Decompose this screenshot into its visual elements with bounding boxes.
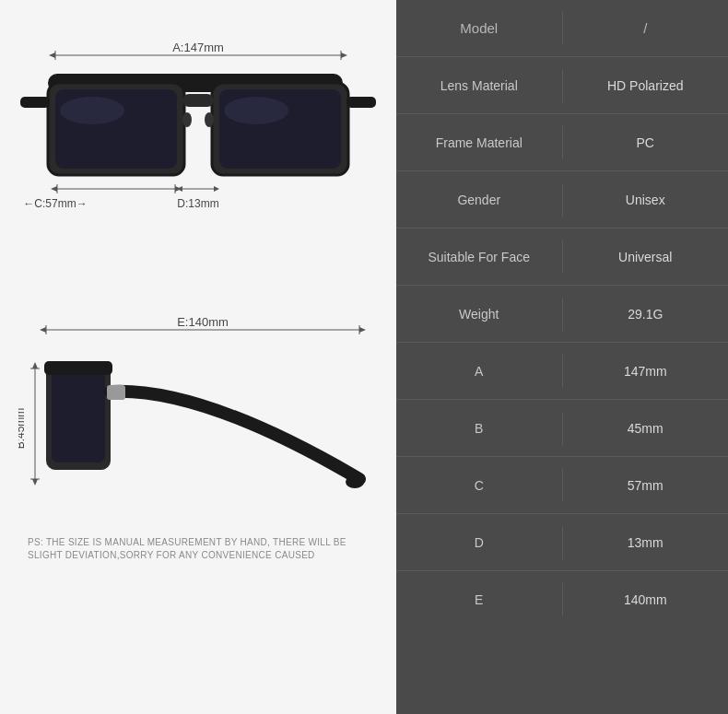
svg-point-15: [205, 112, 214, 127]
spec-row: C57mm: [396, 457, 728, 514]
spec-row: Weight29.1G: [396, 286, 728, 343]
spec-value: Universal: [563, 240, 729, 274]
ps-note: PS: THE SIZE IS MANUAL MEASUREMENT BY HA…: [18, 536, 378, 562]
svg-point-43: [346, 475, 364, 488]
spec-label: D: [396, 526, 563, 559]
svg-point-9: [60, 97, 124, 124]
svg-marker-25: [177, 186, 182, 192]
spec-row: GenderUnisex: [396, 171, 728, 228]
spec-value: PC: [563, 126, 729, 159]
svg-rect-16: [20, 97, 50, 108]
spec-row: E140mm: [396, 571, 728, 628]
spec-value: 29.1G: [563, 298, 729, 331]
spec-row: B45mm: [396, 400, 728, 457]
spec-label: Model: [396, 11, 563, 45]
spec-label: Weight: [396, 298, 563, 331]
spec-row: D13mm: [396, 514, 728, 571]
side-view-diagram: E:140mm B:45mm: [18, 313, 378, 525]
spec-label: Frame Material: [396, 126, 563, 159]
spec-value: 147mm: [563, 355, 729, 388]
svg-marker-2: [341, 53, 347, 58]
spec-label: C: [396, 469, 563, 502]
main-container: A:147mm: [0, 0, 728, 714]
svg-text:E:140mm: E:140mm: [177, 315, 229, 329]
spec-row: Lens MaterialHD Polarized: [396, 57, 728, 114]
svg-marker-29: [40, 327, 46, 333]
svg-text:D:13mm: D:13mm: [177, 197, 218, 210]
svg-marker-30: [359, 327, 366, 333]
svg-marker-1: [49, 53, 55, 58]
spec-value: /: [563, 11, 729, 45]
svg-text:B:45mm: B:45mm: [18, 408, 27, 450]
svg-marker-35: [32, 362, 38, 369]
spec-label: E: [396, 583, 563, 616]
spec-value: 140mm: [563, 583, 729, 616]
spec-row: Suitable For FaceUniversal: [396, 228, 728, 286]
spec-row: Model/: [396, 0, 728, 57]
spec-value: HD Polarized: [563, 69, 729, 102]
svg-marker-36: [32, 479, 38, 486]
front-view-diagram: A:147mm: [18, 28, 378, 313]
svg-text:A:147mm: A:147mm: [172, 41, 224, 54]
svg-marker-26: [214, 186, 219, 192]
svg-rect-13: [182, 94, 214, 107]
svg-point-12: [224, 97, 288, 124]
spec-label: Suitable For Face: [396, 240, 563, 274]
svg-rect-41: [52, 370, 105, 462]
svg-rect-17: [346, 97, 376, 108]
spec-value: 57mm: [563, 469, 729, 502]
svg-rect-44: [44, 361, 112, 375]
spec-table: Model/Lens MaterialHD PolarizedFrame Mat…: [396, 0, 728, 714]
spec-value: 45mm: [563, 412, 729, 445]
spec-label: Lens Material: [396, 69, 563, 102]
spec-row: Frame MaterialPC: [396, 114, 728, 171]
spec-row: A147mm: [396, 343, 728, 400]
spec-value: Unisex: [563, 183, 729, 217]
spec-label: A: [396, 355, 563, 388]
spec-label: B: [396, 412, 563, 445]
svg-text:←C:57mm→: ←C:57mm→: [23, 197, 87, 210]
svg-rect-42: [107, 385, 125, 400]
left-panel: A:147mm: [0, 0, 396, 714]
spec-label: Gender: [396, 183, 563, 217]
svg-point-14: [182, 112, 192, 127]
spec-value: 13mm: [563, 526, 729, 559]
svg-marker-19: [51, 186, 57, 192]
